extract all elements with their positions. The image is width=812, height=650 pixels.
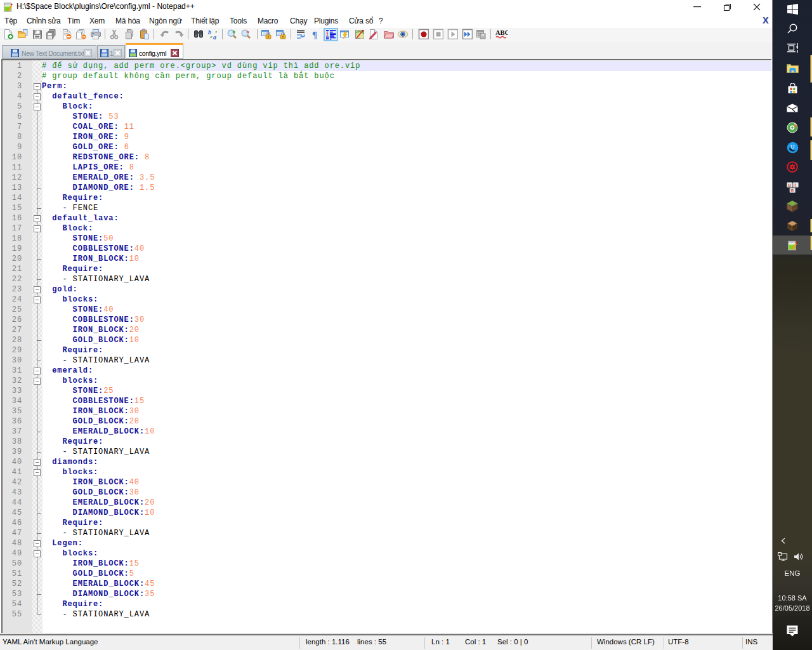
svg-text:n: n [791,188,794,192]
svg-text:u: u [788,183,790,187]
svg-text:i: i [794,183,796,187]
